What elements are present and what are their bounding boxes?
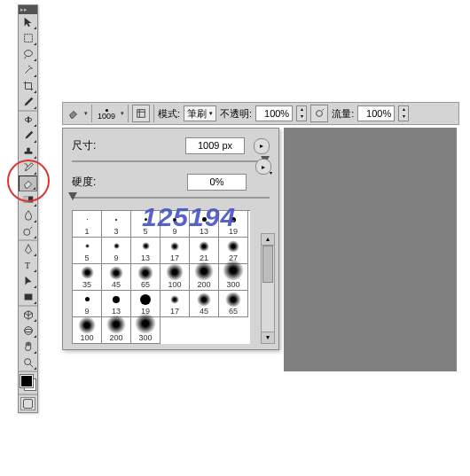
tool-wand[interactable] bbox=[19, 62, 37, 78]
tool-3d-object[interactable] bbox=[19, 307, 37, 323]
tool-rectangle[interactable] bbox=[19, 289, 37, 305]
opacity-field[interactable]: 100% bbox=[255, 105, 293, 121]
hardness-slider[interactable] bbox=[72, 194, 270, 201]
tool-blur[interactable] bbox=[19, 207, 37, 223]
brush-preset[interactable]: 13 bbox=[131, 238, 161, 264]
flow-field[interactable]: 100% bbox=[357, 105, 395, 121]
tool-lasso[interactable] bbox=[19, 46, 37, 62]
brush-preset[interactable]: 5 bbox=[73, 238, 102, 264]
pressure-opacity-icon[interactable] bbox=[310, 105, 328, 122]
brush-preview-dropdown[interactable]: ▾ bbox=[121, 110, 124, 117]
brush-grid: 1359131959131721273545651002003009131917… bbox=[72, 210, 250, 344]
tool-history-brush[interactable] bbox=[19, 160, 37, 176]
mode-select[interactable]: 筆刷▾ bbox=[184, 105, 216, 121]
flow-spin[interactable]: ▴▾ bbox=[398, 105, 409, 121]
brush-preset[interactable]: 1 bbox=[73, 211, 102, 238]
panel-menu-icon[interactable]: ▸▾ bbox=[255, 159, 271, 175]
hardness-field[interactable]: 0% bbox=[187, 174, 247, 191]
options-bar: ▾ 1009 ▾ 模式: 筆刷▾ 不透明: 100% ▴▾ 流量: 100% ▴… bbox=[62, 102, 459, 125]
tool-preset-dropdown[interactable]: ▾ bbox=[84, 110, 88, 117]
brush-preset[interactable]: 9 bbox=[73, 291, 102, 317]
brush-preset[interactable]: 35 bbox=[73, 264, 102, 291]
foreground-color[interactable] bbox=[20, 375, 33, 387]
tool-pen[interactable] bbox=[19, 241, 37, 257]
tool-zoom[interactable] bbox=[19, 355, 37, 371]
opacity-spin[interactable]: ▴▾ bbox=[296, 105, 307, 121]
svg-point-4 bbox=[23, 229, 29, 235]
svg-point-8 bbox=[24, 329, 32, 332]
svg-rect-10 bbox=[137, 110, 145, 118]
mode-label: 模式: bbox=[158, 107, 180, 121]
color-swatches[interactable] bbox=[19, 372, 37, 394]
svg-point-11 bbox=[317, 111, 323, 117]
brush-preset[interactable]: 200 bbox=[102, 317, 131, 344]
svg-point-9 bbox=[24, 359, 30, 365]
svg-text:T: T bbox=[24, 261, 30, 270]
panel-play-icon[interactable]: ▸ bbox=[254, 138, 270, 154]
svg-rect-3 bbox=[23, 197, 27, 203]
tool-eyedropper[interactable] bbox=[19, 94, 37, 110]
brush-preset[interactable]: 17 bbox=[161, 238, 190, 264]
tool-crop[interactable] bbox=[19, 78, 37, 94]
brush-preset[interactable]: 19 bbox=[219, 211, 248, 238]
brush-preset[interactable]: 300 bbox=[219, 264, 248, 291]
tool-move[interactable] bbox=[19, 14, 37, 30]
tool-marquee[interactable] bbox=[19, 30, 37, 46]
brush-preset[interactable]: 5 bbox=[131, 211, 161, 238]
tool-heal[interactable] bbox=[19, 112, 37, 128]
opacity-label: 不透明: bbox=[220, 107, 252, 121]
brush-preset[interactable]: 100 bbox=[161, 264, 190, 291]
brush-preset[interactable]: 65 bbox=[131, 264, 161, 291]
brush-preset[interactable]: 65 bbox=[219, 291, 248, 317]
brush-preset[interactable]: 45 bbox=[102, 264, 131, 291]
tool-path-select[interactable] bbox=[19, 273, 37, 289]
hardness-label: 硬度: bbox=[72, 175, 104, 190]
toolbox: ▸▸ T bbox=[18, 4, 38, 413]
tool-gradient[interactable] bbox=[19, 191, 37, 207]
tool-eraser[interactable] bbox=[19, 176, 37, 191]
brush-preset-panel: 尺寸: 1009 px ▸ ▸▾ 硬度: 0% 1359131959131721… bbox=[62, 128, 279, 350]
tool-stamp[interactable] bbox=[19, 144, 37, 160]
tool-type[interactable]: T bbox=[19, 257, 37, 273]
brush-preset[interactable]: 3 bbox=[102, 211, 131, 238]
tool-brush[interactable] bbox=[19, 128, 37, 144]
canvas-area[interactable] bbox=[284, 128, 457, 371]
tool-3d-camera[interactable] bbox=[19, 323, 37, 339]
toolbox-header[interactable]: ▸▸ bbox=[19, 5, 37, 14]
size-field[interactable]: 1009 px bbox=[185, 137, 245, 154]
brush-grid-scrollbar[interactable]: ▴ ▾ bbox=[261, 233, 275, 344]
svg-rect-0 bbox=[24, 35, 32, 43]
size-label: 尺寸: bbox=[72, 138, 104, 153]
size-slider[interactable] bbox=[72, 158, 270, 165]
brush-preset[interactable]: 9 bbox=[161, 211, 190, 238]
brush-preset[interactable]: 9 bbox=[102, 238, 131, 264]
brush-preset[interactable]: 21 bbox=[190, 238, 219, 264]
svg-rect-6 bbox=[24, 294, 32, 300]
svg-point-7 bbox=[24, 327, 32, 335]
brush-panel-toggle[interactable] bbox=[132, 105, 150, 122]
quickmask-button[interactable] bbox=[20, 397, 35, 410]
brush-preset[interactable]: 13 bbox=[190, 211, 219, 238]
brush-preset[interactable]: 300 bbox=[131, 317, 161, 344]
tool-hand[interactable] bbox=[19, 339, 37, 355]
tool-dodge[interactable] bbox=[19, 223, 37, 239]
brush-preset[interactable]: 45 bbox=[190, 291, 219, 317]
brush-preview[interactable]: 1009 bbox=[96, 107, 117, 121]
brush-preset[interactable]: 100 bbox=[73, 317, 102, 344]
brush-preset[interactable]: 17 bbox=[161, 291, 190, 317]
brush-preset[interactable]: 13 bbox=[102, 291, 131, 317]
brush-preset[interactable]: 200 bbox=[190, 264, 219, 291]
flow-label: 流量: bbox=[332, 107, 354, 121]
tool-preset-icon[interactable] bbox=[67, 106, 81, 121]
